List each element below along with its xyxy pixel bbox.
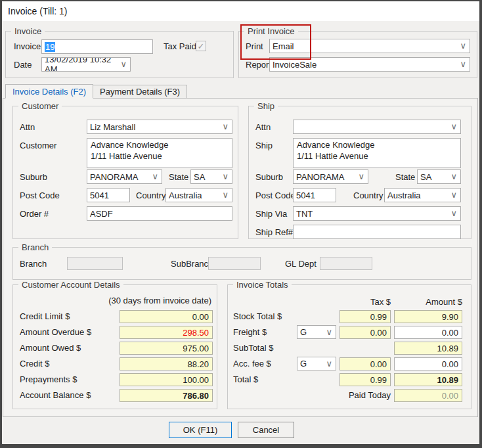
date-label: Date xyxy=(14,60,32,70)
amount-column-header: Amount $ xyxy=(394,297,462,307)
customer-state-combobox[interactable]: SA ∨ xyxy=(190,169,232,184)
freight-label: Freight $ xyxy=(233,327,267,337)
tab-invoice-details[interactable]: Invoice Details (F2) xyxy=(5,84,93,99)
tab-label: Invoice Details (F2) xyxy=(12,87,86,97)
customer-postcode-input[interactable]: 5041 xyxy=(87,188,130,202)
invoice-totals-label: Invoice Totals xyxy=(233,280,292,290)
chevron-down-icon: ∨ xyxy=(450,208,457,219)
ship-suburb-combobox[interactable]: PANORAMA ∨ xyxy=(293,169,368,184)
acc-fee-amount-input[interactable]: 0.00 xyxy=(394,357,462,370)
tab-label: Payment Details (F3) xyxy=(100,87,180,97)
ship-postcode-input[interactable]: 5041 xyxy=(293,188,336,202)
ship-ref-input[interactable] xyxy=(293,225,461,239)
customer-state-label: State xyxy=(169,172,188,182)
invoice-details-panel: Customer Attn Liz Marshall ∨ Customer Ad… xyxy=(3,98,478,417)
prepayments-label: Prepayments $ xyxy=(20,374,77,384)
ship-suburb-label: Suburb xyxy=(255,172,283,182)
customer-suburb-combobox[interactable]: PANORAMA ∨ xyxy=(87,169,162,184)
cancel-button[interactable]: Cancel xyxy=(238,422,294,438)
chevron-down-icon: ∨ xyxy=(450,171,457,182)
date-combobox[interactable]: 13/02/2019 10:32 AM ∨ xyxy=(41,57,131,72)
subbranch-input xyxy=(208,257,261,270)
customer-group-label: Customer xyxy=(18,101,62,111)
ok-button[interactable]: OK (F11) xyxy=(169,422,232,438)
print-combobox[interactable]: Email ∨ xyxy=(269,39,470,53)
ok-button-label: OK (F11) xyxy=(183,425,218,435)
customer-postcode-label: Post Code xyxy=(20,190,60,200)
tax-paid-label: Tax Paid xyxy=(164,41,196,51)
invoice-group-label: Invoice xyxy=(11,26,45,36)
chevron-down-icon: ∨ xyxy=(152,171,158,182)
chevron-down-icon: ∨ xyxy=(222,190,229,200)
ship-state-value: SA xyxy=(420,172,431,182)
chevron-down-icon: ∨ xyxy=(460,59,466,70)
invoice-totals-group: Invoice Totals Tax $ Amount $ Stock Tota… xyxy=(227,284,471,409)
acc-fee-tax-code-value: G xyxy=(300,359,307,369)
subtotal-label: SubTotal $ xyxy=(233,343,273,353)
amount-overdue-label: Amount Overdue $ xyxy=(20,327,91,337)
tab-bar: Invoice Details (F2) Payment Details (F3… xyxy=(5,84,186,99)
order-number-label: Order # xyxy=(20,209,49,219)
order-number-value: ASDF xyxy=(90,209,113,219)
account-note: (30 days from invoice date) xyxy=(108,296,211,305)
invoice-dialog: Invoice (Till: 1) Invoice Invoice 19 Tax… xyxy=(2,1,479,444)
chevron-down-icon: ∨ xyxy=(460,41,466,51)
stock-total-label: Stock Total $ xyxy=(233,311,282,321)
invoice-number-input[interactable]: 19 xyxy=(41,39,153,54)
invoice-number-label: Invoice xyxy=(14,41,41,51)
chevron-down-icon: ∨ xyxy=(326,359,332,369)
customer-attn-value: Liz Marshall xyxy=(90,122,135,132)
tax-column-header: Tax $ xyxy=(340,297,391,307)
ship-country-combobox[interactable]: Australia ∨ xyxy=(384,188,461,202)
print-invoice-group: Print Invoice Print Email ∨ Report Invoi… xyxy=(238,31,477,78)
tax-paid-checkbox: ✓ xyxy=(196,41,206,51)
cancel-button-label: Cancel xyxy=(253,425,279,435)
print-invoice-group-label: Print Invoice xyxy=(244,26,298,36)
title-bar[interactable]: Invoice (Till: 1) xyxy=(2,1,479,21)
ship-postcode-label: Post Code xyxy=(255,190,296,200)
credit-limit-label: Credit Limit $ xyxy=(20,311,70,321)
stock-total-tax-field: 0.99 xyxy=(340,310,391,323)
ship-via-label: Ship Via xyxy=(255,209,287,219)
report-value: InvoiceSale xyxy=(273,60,317,70)
subtotal-amount-field: 10.89 xyxy=(394,342,462,355)
report-label: Report xyxy=(246,60,271,70)
gl-dept-input xyxy=(320,257,372,270)
freight-amount-input[interactable]: 0.00 xyxy=(394,326,462,339)
ship-ref-label: Ship Ref# xyxy=(255,227,293,237)
chevron-down-icon: ∨ xyxy=(222,171,229,182)
customer-state-value: SA xyxy=(194,172,205,182)
paid-today-label: Paid Today xyxy=(297,390,391,400)
total-label: Total $ xyxy=(233,374,258,384)
report-combobox[interactable]: InvoiceSale ∨ xyxy=(269,57,470,72)
ship-address-textarea[interactable]: Advance Knowledge 1/11 Hattie Avenue xyxy=(293,138,461,168)
amount-owed-label: Amount Owed $ xyxy=(20,343,81,353)
customer-account-details-label: Customer Account Details xyxy=(18,280,123,290)
freight-tax-field: 0.00 xyxy=(340,326,391,339)
gl-dept-label: GL Dept xyxy=(285,259,317,269)
stock-total-amount-field: 9.90 xyxy=(394,310,462,323)
customer-attn-combobox[interactable]: Liz Marshall ∨ xyxy=(87,120,232,134)
ship-via-combobox[interactable]: TNT ∨ xyxy=(293,206,461,221)
customer-address-textarea[interactable]: Advance Knowledge 1/11 Hattie Avenue xyxy=(87,138,232,168)
customer-account-details-group: Customer Account Details (30 days from i… xyxy=(12,284,217,409)
acc-fee-tax-code-combobox[interactable]: G ∨ xyxy=(297,357,336,370)
chevron-down-icon: ∨ xyxy=(326,327,332,338)
freight-tax-code-combobox[interactable]: G ∨ xyxy=(297,325,336,339)
ship-state-combobox[interactable]: SA ∨ xyxy=(417,169,461,184)
credit-limit-field: 0.00 xyxy=(120,310,213,323)
branch-label: Branch xyxy=(20,259,47,269)
ship-group: Ship Attn ∨ Ship Advance Knowledge 1/11 … xyxy=(248,106,471,239)
tab-payment-details[interactable]: Payment Details (F3) xyxy=(93,85,187,99)
print-value: Email xyxy=(273,41,294,51)
customer-postcode-value: 5041 xyxy=(90,190,109,200)
total-tax-field: 0.99 xyxy=(340,373,391,386)
account-balance-label: Account Balance $ xyxy=(20,390,91,400)
order-number-input[interactable]: ASDF xyxy=(87,206,232,221)
acc-fee-tax-field: 0.00 xyxy=(340,357,391,370)
amount-overdue-field: 298.50 xyxy=(120,326,213,339)
date-value: 13/02/2019 10:32 AM xyxy=(45,57,117,72)
customer-country-combobox[interactable]: Australia ∨ xyxy=(165,188,232,202)
branch-group: Branch Branch SubBranch: GL Dept xyxy=(12,247,471,280)
ship-attn-combobox[interactable]: ∨ xyxy=(293,120,461,134)
